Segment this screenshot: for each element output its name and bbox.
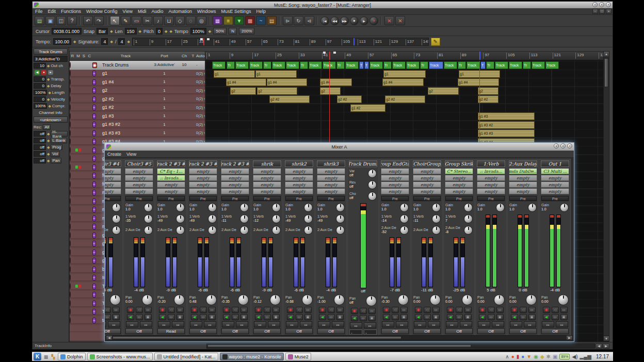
strip-prefader-button[interactable]: ▭ (552, 314, 559, 320)
strip-name-button[interactable]: Track 2 #3 #4 (157, 160, 185, 167)
field-value[interactable]: 0 (34, 83, 46, 89)
pan-knob[interactable] (238, 294, 249, 305)
aux-send-2-knob[interactable] (272, 226, 281, 235)
strip-name-button[interactable]: Track 2 #3 #6 (221, 160, 249, 167)
automation-button[interactable]: Off (105, 328, 121, 334)
strip-mute-button[interactable]: ◁ (360, 308, 367, 314)
strip-stereo-button[interactable]: ▣ (240, 314, 248, 320)
strip-stereo-button[interactable]: ▣ (496, 314, 504, 320)
automation-button[interactable]: Off (477, 328, 505, 334)
part[interactable]: Tr (523, 61, 531, 69)
aux-send-2-knob[interactable] (400, 226, 409, 235)
tempo-input[interactable]: 100.00 (53, 38, 72, 45)
record-arm-icon[interactable] (70, 215, 71, 221)
pan-knob[interactable] (526, 294, 537, 305)
record-arm-icon[interactable] (70, 147, 71, 153)
automation-button[interactable]: Off (509, 328, 537, 334)
taskbar-task[interactable]: Muse2 (285, 353, 311, 360)
pre-button[interactable]: Pre (189, 196, 217, 201)
part[interactable]: g1 #4 (382, 78, 424, 86)
record-arm-cell[interactable] (70, 88, 75, 93)
pianoroll-editor-button[interactable]: ▦ (213, 16, 222, 25)
part[interactable]: g1 (214, 70, 255, 78)
strip-stereo-button[interactable]: ▣ (304, 314, 312, 320)
mixer-minimize-button[interactable]: ∨ (554, 143, 559, 149)
mastertrack-editor-button[interactable]: ▤ (267, 16, 277, 25)
strip-solo-button[interactable]: ▭ (336, 307, 344, 313)
strip-record-button[interactable] (383, 307, 390, 313)
part[interactable]: g1 #4 (320, 78, 352, 86)
strip-prefader-button[interactable]: ▭ (456, 314, 463, 320)
mute-cell[interactable] (75, 285, 81, 288)
rewind-start-button[interactable]: |◀ (320, 17, 329, 25)
aux-send-1-knob[interactable] (432, 215, 441, 223)
effect-slot-button[interactable]: mda DubDe... (509, 168, 537, 174)
record-arm-cell[interactable] (70, 216, 75, 221)
effect-slot-button[interactable]: empty (189, 182, 217, 188)
mixer-strip[interactable]: Out 1C3 Multi ...emptyemptyemptyPreGain1… (539, 159, 571, 336)
pager-icon[interactable]: ▚ (50, 354, 56, 360)
cutter-tool-button[interactable]: ✂ (142, 16, 152, 25)
strip-stereo-button[interactable]: ▣ (560, 314, 568, 320)
gain-knob[interactable] (208, 203, 217, 212)
spinner-icon[interactable]: ◆ (139, 29, 141, 34)
automation-button[interactable]: Off (285, 328, 313, 334)
record-arm-cell[interactable] (70, 139, 75, 144)
rewind-button[interactable]: ◀◀ (330, 17, 339, 25)
punchout-marker-button[interactable]: ✕ (395, 16, 405, 25)
route-output-button[interactable]: ▸▸ (460, 321, 472, 327)
strip-stereo-button[interactable]: ▣ (112, 314, 120, 320)
field-value[interactable]: 0 (34, 76, 46, 82)
strip-mute-button[interactable]: ◁ (424, 307, 431, 313)
pre-button[interactable]: Pre (285, 196, 313, 201)
strip-prefader-button[interactable]: ▭ (360, 315, 367, 321)
minimize-button[interactable]: ∨ (592, 2, 598, 7)
effect-slot-button[interactable]: empty (381, 188, 409, 194)
strip-monitor-button[interactable]: ◀ (319, 314, 326, 320)
route-output-button[interactable]: ▸▸ (332, 321, 344, 327)
record-arm-icon[interactable] (70, 164, 71, 170)
record-arm-icon[interactable] (70, 266, 71, 272)
effect-slot-button[interactable]: empty (189, 188, 217, 194)
strip-solo-button[interactable]: ▭ (400, 307, 408, 313)
strip-monitor-button[interactable]: ◀ (511, 314, 518, 320)
strip-stereo-button[interactable]: ▣ (176, 314, 184, 320)
route-output-button[interactable]: ▸▸ (492, 321, 504, 327)
part[interactable]: g2 #2 (385, 95, 425, 103)
strip-mute-button[interactable]: ◁ (200, 307, 207, 313)
effect-slot-button[interactable]: empty (413, 168, 441, 174)
part[interactable]: g1 #2 (350, 104, 385, 112)
aux-send-1-knob[interactable] (464, 215, 473, 223)
menu-window-config[interactable]: Window Config (84, 8, 120, 14)
mixer-strip[interactable]: shrikemptyemptyemptyemptyPreGain1.01:Ver… (251, 159, 283, 336)
part[interactable]: Tr (263, 61, 271, 69)
route-output-button[interactable]: ▸▸ (524, 321, 536, 327)
track-row[interactable]: ~g210(2) visible (70, 87, 205, 95)
gain-knob[interactable] (336, 203, 345, 212)
save-button[interactable]: ◫ (56, 16, 66, 25)
record-arm-icon[interactable] (70, 121, 71, 127)
spinner-icon[interactable]: ◆ (110, 29, 112, 34)
part[interactable]: g1 #3 #2 (478, 121, 535, 129)
part[interactable]: g1 #3 (478, 112, 535, 120)
effect-slot-button[interactable]: empty (381, 175, 409, 181)
menu-functions[interactable]: Functions (58, 8, 84, 14)
record-arm-cell[interactable] (70, 96, 75, 102)
pan-knob[interactable] (142, 294, 153, 305)
mixer-scroll-right-icon[interactable]: ▶ (567, 336, 572, 340)
effect-slot-button[interactable]: empty (125, 188, 153, 194)
record-arm-icon[interactable] (70, 155, 71, 161)
gain-knob[interactable] (432, 203, 441, 212)
tempo-scale-input[interactable]: 100% (190, 28, 206, 35)
part[interactable]: Track (212, 61, 226, 69)
aux-send-1-knob[interactable] (400, 215, 409, 223)
strip-monitor-button[interactable]: ◀ (447, 314, 454, 320)
strip-name-button[interactable]: Group EndGtarr (381, 160, 409, 167)
strip-monitor-button[interactable]: ◀ (191, 314, 198, 320)
show-desktop-icon[interactable]: ▦ (43, 354, 49, 360)
chromium-tray-icon[interactable]: ◉ (534, 354, 538, 360)
strip-record-button[interactable] (479, 307, 486, 313)
tempo-50-button[interactable]: 50% (213, 28, 227, 35)
strip-record-button[interactable] (415, 307, 422, 313)
effect-slot-button[interactable]: empty (189, 175, 217, 181)
